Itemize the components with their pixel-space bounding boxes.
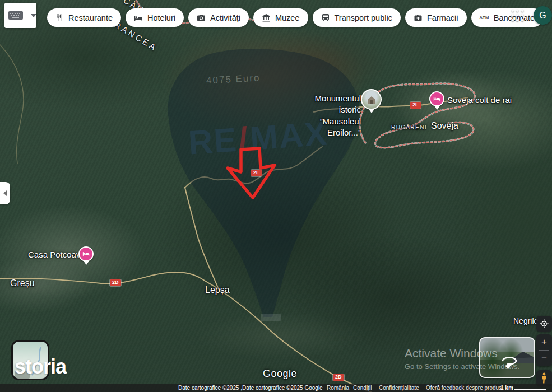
- pegman-button[interactable]: [536, 370, 552, 386]
- keyboard-icon: [8, 11, 23, 20]
- bed-icon: [433, 95, 440, 102]
- zoom-control: + −: [536, 334, 552, 366]
- my-location-icon: [540, 319, 549, 328]
- map-application: 4075 Euro RE/MAX CĂU VRANCEA Monumentul …: [0, 0, 552, 392]
- camera-icon: [197, 13, 206, 22]
- town-label-lepsa[interactable]: Lepșa: [205, 285, 230, 295]
- poi-label-casa-potcoava[interactable]: Casa Potcoava: [28, 250, 85, 259]
- lodging-marker-casa-potcoava[interactable]: [78, 246, 94, 262]
- google-logo: Google: [263, 368, 297, 380]
- link-privacy[interactable]: Confidențialitate: [379, 385, 419, 391]
- pegman-icon: [540, 372, 548, 384]
- hotel-icon: [134, 13, 143, 22]
- satellite-map-canvas[interactable]: [0, 0, 552, 392]
- copyright-text: Date cartografice ©2025 ,Date cartografi…: [178, 385, 323, 391]
- category-button-transport-public[interactable]: Transport public: [313, 8, 401, 27]
- monument-poi-marker[interactable]: [361, 89, 382, 110]
- atm-icon: ATM: [480, 15, 489, 20]
- windows-activation-watermark: Activate Windows Go to Settings to activ…: [405, 347, 519, 371]
- bed-icon: [82, 250, 90, 258]
- monument-photo-icon: [361, 89, 382, 110]
- zoom-out-button[interactable]: −: [536, 351, 552, 366]
- road-badge-2d-south: 2D: [333, 374, 344, 381]
- divider: [27, 3, 27, 28]
- category-button-muzee[interactable]: Muzee: [253, 8, 308, 27]
- category-label: Hoteluri: [147, 13, 175, 22]
- category-button-activitati[interactable]: Activități: [188, 8, 249, 27]
- poi-label-soveja-colt-de-rai[interactable]: Soveja colt de rai: [447, 95, 512, 105]
- mausoleum-icon: [365, 93, 378, 106]
- road-badge-2l-under-arrow: 2L: [251, 170, 262, 176]
- poi-label-mausoleul[interactable]: Monumentul istoric”Mausoleul Eroilor...”: [291, 93, 361, 138]
- category-label: Activități: [210, 13, 240, 22]
- town-label-soveja[interactable]: Soveja: [431, 121, 458, 131]
- map-attribution-bar: Date cartografice ©2025 ,Date cartografi…: [0, 384, 552, 392]
- category-button-restaurante[interactable]: Restaurante: [47, 8, 121, 27]
- category-label: Transport public: [335, 13, 392, 22]
- category-label: Restaurante: [68, 13, 113, 22]
- pharmacy-icon: [414, 13, 423, 22]
- road-badge-2l: 2L: [410, 102, 421, 109]
- keyboard-input-selector[interactable]: [4, 3, 36, 28]
- link-feedback[interactable]: Oferă feedback despre produs: [426, 385, 502, 391]
- link-terms[interactable]: Condiții: [353, 385, 372, 391]
- category-button-bancomate[interactable]: ATM Bancomate: [471, 8, 544, 27]
- restaurant-icon: [55, 13, 64, 22]
- museum-icon: [262, 13, 271, 22]
- my-location-button[interactable]: [536, 316, 552, 332]
- google-apps-grid-button[interactable]: [512, 10, 524, 22]
- storia-logo: storia: [15, 355, 66, 379]
- link-romania[interactable]: România: [327, 385, 349, 391]
- road-badge-2d-west: 2D: [110, 279, 121, 286]
- category-label: Muzee: [275, 13, 300, 22]
- village-label-rucareni: RUCĂRENI: [391, 124, 427, 130]
- town-label-gresu[interactable]: Greșu: [10, 278, 35, 288]
- lodging-marker-soveja-colt[interactable]: [429, 91, 444, 106]
- scale-label: 1 km: [500, 385, 513, 391]
- side-panel-collapse-tab[interactable]: [0, 182, 10, 204]
- chevron-down-icon: [31, 14, 36, 17]
- scale-bar: [514, 386, 546, 390]
- chevron-left-icon: [3, 190, 7, 196]
- town-label-negrile[interactable]: Negrile: [513, 316, 538, 325]
- category-label: Farmacii: [427, 13, 458, 22]
- transit-icon: [321, 13, 330, 22]
- category-toolbar: Restaurante Hoteluri Activități Muzee Tr…: [47, 8, 543, 27]
- account-avatar[interactable]: G: [534, 6, 552, 25]
- category-button-hoteluri[interactable]: Hoteluri: [126, 8, 184, 27]
- zoom-in-button[interactable]: +: [536, 334, 552, 350]
- category-button-farmacii[interactable]: Farmacii: [405, 8, 467, 27]
